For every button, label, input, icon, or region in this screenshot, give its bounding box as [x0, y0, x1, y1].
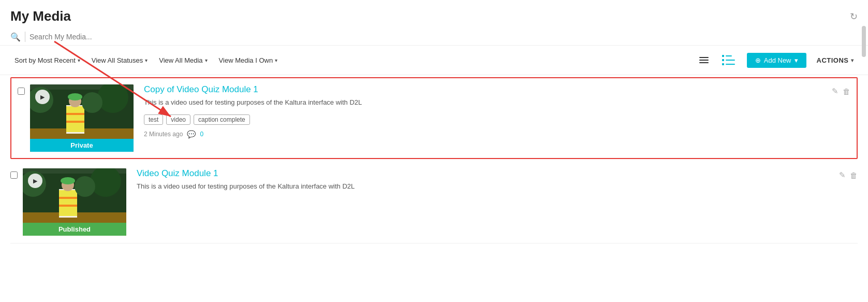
- own-filter-dropdown[interactable]: View Media I Own ▾: [215, 54, 282, 66]
- item1-title[interactable]: Copy of Video Quiz Module 1: [144, 84, 823, 95]
- item2-description: This is a video used for testing purpose…: [137, 182, 831, 191]
- item1-content: Copy of Video Quiz Module 1 This is a vi…: [144, 84, 823, 138]
- item1-thumbnail: ▶ Private: [30, 84, 134, 152]
- item1-checkbox[interactable]: [18, 88, 25, 95]
- tag-test[interactable]: test: [144, 114, 163, 125]
- status-dropdown[interactable]: View All Statuses ▾: [87, 54, 152, 66]
- tag-video[interactable]: video: [166, 114, 190, 125]
- item2-thumbnail: ▶ Published: [23, 168, 126, 236]
- item2-delete-icon[interactable]: 🗑: [850, 171, 858, 180]
- item1-timestamp: 2 Minutes ago: [144, 131, 183, 138]
- item1-description: This is a video used for testing purpose…: [144, 98, 823, 107]
- own-filter-chevron-icon: ▾: [275, 57, 277, 63]
- toolbar: Sort by Most Recent ▾ View All Statuses …: [0, 46, 868, 75]
- svg-point-22: [61, 177, 75, 184]
- grid-view-icon: [697, 55, 711, 65]
- table-row: ▶ Private Copy of Video Quiz Module 1 Th…: [10, 77, 858, 159]
- actions-button[interactable]: ACTIONS ▾: [813, 54, 858, 66]
- actions-chevron-icon: ▾: [851, 57, 854, 63]
- item2-title[interactable]: Video Quiz Module 1: [137, 168, 831, 179]
- search-icon: 🔍: [10, 32, 21, 42]
- toolbar-right: ⊕ Add New ▾ ACTIONS ▾: [694, 51, 858, 69]
- add-new-icon: ⊕: [755, 56, 761, 64]
- svg-rect-6: [66, 106, 84, 132]
- item1-edit-icon[interactable]: ✎: [832, 87, 838, 96]
- svg-rect-7: [66, 113, 84, 115]
- item1-comment-count[interactable]: 0: [200, 131, 203, 138]
- item1-meta: 2 Minutes ago 💬 0: [144, 130, 823, 138]
- svg-rect-18: [59, 190, 77, 216]
- play-icon: ▶: [35, 90, 50, 104]
- list-view-button[interactable]: [716, 51, 741, 69]
- item2-actions: ✎ 🗑: [839, 170, 858, 180]
- svg-rect-20: [59, 205, 77, 207]
- media-filter-chevron-icon: ▾: [205, 57, 208, 63]
- search-input[interactable]: [30, 33, 185, 41]
- refresh-icon[interactable]: ↻: [850, 11, 858, 22]
- svg-point-13: [82, 92, 102, 113]
- item1-tags: test video caption complete: [144, 114, 823, 125]
- item2-status-badge: Published: [23, 223, 126, 236]
- play-icon-2: ▶: [28, 174, 42, 188]
- toolbar-left: Sort by Most Recent ▾ View All Statuses …: [10, 54, 282, 66]
- media-list: ▶ Private Copy of Video Quiz Module 1 Th…: [0, 77, 868, 243]
- add-new-button[interactable]: ⊕ Add New ▾: [747, 53, 806, 68]
- svg-rect-8: [66, 121, 84, 123]
- item1-actions: ✎ 🗑: [832, 87, 850, 96]
- search-bar: 🔍: [0, 28, 868, 46]
- search-divider: [25, 32, 25, 42]
- sort-chevron-icon: ▾: [78, 57, 80, 63]
- item2-content: Video Quiz Module 1 This is a video used…: [137, 168, 831, 191]
- status-chevron-icon: ▾: [145, 57, 148, 63]
- page-header: My Media ↻: [0, 0, 868, 28]
- tag-caption-complete[interactable]: caption complete: [194, 114, 250, 125]
- add-new-chevron-icon: ▾: [795, 56, 798, 64]
- svg-point-10: [68, 93, 82, 100]
- svg-rect-19: [59, 197, 77, 199]
- svg-point-25: [75, 176, 95, 197]
- scrollbar[interactable]: [862, 26, 866, 57]
- sort-dropdown[interactable]: Sort by Most Recent ▾: [10, 54, 84, 66]
- media-filter-dropdown[interactable]: View All Media ▾: [155, 54, 211, 66]
- item2-checkbox[interactable]: [10, 171, 18, 179]
- item1-status-badge: Private: [30, 139, 134, 152]
- grid-view-button[interactable]: [694, 53, 714, 67]
- item1-delete-icon[interactable]: 🗑: [843, 87, 850, 96]
- item2-edit-icon[interactable]: ✎: [839, 170, 846, 180]
- list-view-icon: [719, 53, 738, 67]
- comment-icon: 💬: [187, 130, 196, 138]
- page-title: My Media: [10, 8, 71, 24]
- view-toggle: [694, 51, 741, 69]
- table-row: ▶ Published Video Quiz Module 1 This is …: [10, 161, 858, 243]
